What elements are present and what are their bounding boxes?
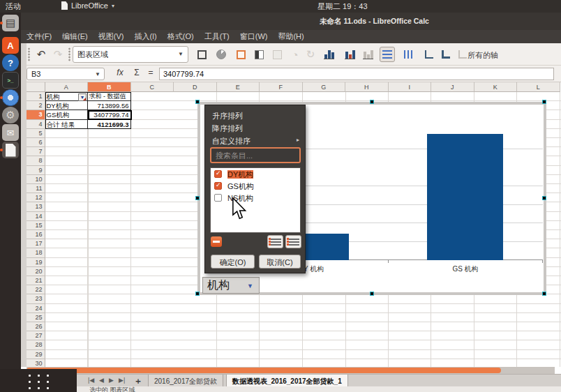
row-header-24[interactable]: 24 xyxy=(27,304,45,313)
col-header-A[interactable]: A xyxy=(45,82,89,92)
cell-b4[interactable]: 4121699.3 xyxy=(88,120,131,129)
selection-handle[interactable] xyxy=(195,292,200,296)
vertical-grids-button[interactable] xyxy=(401,47,417,62)
cell-a2[interactable]: DY机构 xyxy=(45,101,89,110)
terminal-icon[interactable]: >_ xyxy=(2,72,19,89)
clock[interactable]: 星期二 19：43 xyxy=(317,1,368,12)
software-icon[interactable]: A xyxy=(2,37,19,54)
selection-handle[interactable] xyxy=(542,292,546,296)
row-header-18[interactable]: 18 xyxy=(27,248,45,257)
chart-element-selector[interactable]: 图表区域 ▼ xyxy=(73,46,188,63)
row-header-6[interactable]: 6 xyxy=(27,138,45,147)
row-header-17[interactable]: 17 xyxy=(27,239,45,248)
horizontal-grids-button[interactable] xyxy=(380,47,395,62)
row-header-8[interactable]: 8 xyxy=(27,156,45,165)
chart-area-format-button[interactable] xyxy=(233,47,248,62)
selection-handle[interactable] xyxy=(370,100,374,104)
next-sheet-icon[interactable]: ▶ xyxy=(109,377,114,384)
row-header-16[interactable]: 16 xyxy=(27,230,45,239)
bar-gs[interactable] xyxy=(427,134,503,260)
row-header-5[interactable]: 5 xyxy=(27,129,45,138)
col-header-D[interactable]: D xyxy=(174,82,217,92)
cell-b1[interactable]: 求和 - 数据值 xyxy=(88,92,131,101)
sheet-tab-2-active[interactable]: 数据透视表_2016_2017全部贷款_1 xyxy=(226,375,348,387)
selection-handle[interactable] xyxy=(542,196,546,200)
row-header-15[interactable]: 15 xyxy=(27,221,45,230)
select-all-corner[interactable] xyxy=(27,82,45,92)
formula-icon[interactable]: = xyxy=(144,68,158,80)
col-header-F[interactable]: F xyxy=(260,82,303,92)
row-header-10[interactable]: 10 xyxy=(27,175,45,184)
chart-type-button[interactable] xyxy=(321,47,336,62)
menu-item-0[interactable]: 文件(F) xyxy=(27,31,52,42)
redo-button[interactable]: ↷ xyxy=(50,47,66,62)
filter-checkbox-0[interactable] xyxy=(214,170,222,178)
cancel-button[interactable]: 取消(C) xyxy=(259,255,301,269)
settings-icon[interactable]: ⚙ xyxy=(2,107,19,123)
autofilter-dropdown-button[interactable]: ▼ xyxy=(78,93,87,101)
toolbar-drag-handle[interactable] xyxy=(68,47,70,61)
function-wizard-icon[interactable]: fx xyxy=(113,68,127,80)
row-header-12[interactable]: 12 xyxy=(27,193,45,202)
row-header-3[interactable]: 3 xyxy=(27,110,45,119)
cell-a4[interactable]: 合计 结果 xyxy=(45,120,89,129)
filter-item-2[interactable]: NS机构 xyxy=(211,192,300,204)
filter-checkbox-1[interactable] xyxy=(214,182,222,190)
row-header-4[interactable]: 4 xyxy=(27,120,45,129)
menu-item-7[interactable]: 帮助(H) xyxy=(278,31,304,42)
row-header-2[interactable]: 2 xyxy=(27,101,45,110)
col-header-J[interactable]: J xyxy=(431,82,474,92)
add-sheet-button[interactable]: ＋ xyxy=(134,375,142,387)
sheet-tab-1[interactable]: 2016_2017全部贷款 xyxy=(148,375,223,387)
check-all-button[interactable] xyxy=(267,235,283,248)
toolbar-drag-handle[interactable] xyxy=(28,47,30,61)
row-header-28[interactable]: 28 xyxy=(27,340,45,349)
col-header-H[interactable]: H xyxy=(345,82,389,92)
cell-b2[interactable]: 713899.56 xyxy=(88,101,131,110)
row-header-21[interactable]: 21 xyxy=(27,276,45,285)
first-sheet-icon[interactable]: |◀ xyxy=(88,377,94,384)
mail-icon[interactable]: ✉ xyxy=(2,124,19,141)
col-header-L[interactable]: L xyxy=(517,82,560,92)
row-header-22[interactable]: 22 xyxy=(27,285,45,294)
custom-sort-item[interactable]: 自定义排序 ▸ xyxy=(205,135,305,146)
filter-search-input[interactable]: 搜索条目... xyxy=(210,147,301,163)
menu-item-3[interactable]: 插入(I) xyxy=(134,31,156,42)
undo-button[interactable]: ↶ xyxy=(33,47,49,62)
selection-handle[interactable] xyxy=(370,292,374,296)
formula-input[interactable]: 3407799.74 xyxy=(159,68,554,80)
cell-a3[interactable]: GS机构 xyxy=(45,110,89,119)
last-sheet-icon[interactable]: ▶| xyxy=(119,377,125,384)
axes-alt-button[interactable] xyxy=(438,47,454,62)
browser-icon[interactable] xyxy=(2,89,19,106)
help-icon[interactable]: ? xyxy=(2,54,19,71)
row-header-26[interactable]: 26 xyxy=(27,322,45,331)
pivot-chart-field-button[interactable]: 机构 ▼ xyxy=(202,277,260,294)
row-header-9[interactable]: 9 xyxy=(27,166,45,175)
cell-b3[interactable]: 3407799.74 xyxy=(88,110,131,119)
window-titlebar[interactable]: 未命名 11.ods - LibreOffice Calc xyxy=(21,13,561,30)
row-header-20[interactable]: 20 xyxy=(27,267,45,276)
row-header-27[interactable]: 27 xyxy=(27,331,45,340)
files-icon[interactable]: ▤ xyxy=(2,15,19,31)
axes-button[interactable] xyxy=(421,47,437,62)
filter-item-0[interactable]: DY机构 xyxy=(211,168,300,180)
col-header-E[interactable]: E xyxy=(217,82,260,92)
name-box[interactable]: B3 ▼ xyxy=(27,68,105,80)
chart-type-pie-button[interactable] xyxy=(214,47,229,62)
col-header-K[interactable]: K xyxy=(474,82,518,92)
col-header-G[interactable]: G xyxy=(303,82,346,92)
menu-item-5[interactable]: 工具(T) xyxy=(204,31,230,42)
document-icon[interactable] xyxy=(2,142,19,158)
row-header-14[interactable]: 14 xyxy=(27,212,45,221)
selection-handle[interactable] xyxy=(542,100,546,104)
menu-item-4[interactable]: 格式(O) xyxy=(167,31,194,42)
prev-sheet-icon[interactable]: ◀ xyxy=(99,377,104,384)
filter-item-1[interactable]: GS机构 xyxy=(211,180,300,192)
format-selection-button[interactable] xyxy=(194,47,209,62)
activities-button[interactable]: 活动 xyxy=(6,1,21,12)
col-header-I[interactable]: I xyxy=(389,82,432,92)
row-header-1[interactable]: 1 xyxy=(27,92,45,101)
show-applications-icon[interactable] xyxy=(25,372,49,389)
row-header-19[interactable]: 19 xyxy=(27,258,45,267)
